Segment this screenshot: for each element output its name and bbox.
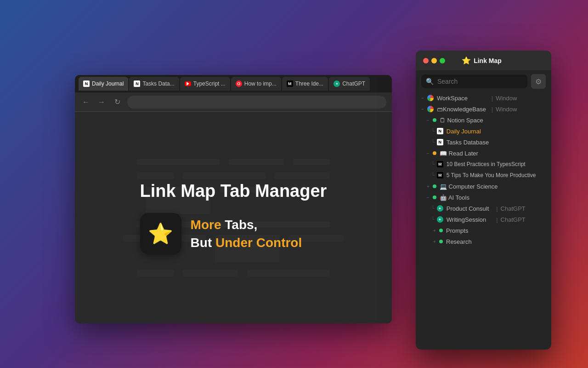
medium-icon: M [287, 80, 293, 87]
notion-icon: N [83, 80, 90, 87]
traffic-light-yellow[interactable] [431, 58, 437, 63]
settings-button[interactable]: ⚙ [531, 74, 546, 89]
tree-item-knowledgebase[interactable]: − 🗃KnowledgeBase | Window [416, 104, 551, 115]
tree-item-notion-space[interactable]: − 🗒 Notion Space [416, 115, 551, 126]
tab-three-ide[interactable]: M Three Ide... [282, 77, 328, 91]
promo-line1: More Tabs, [191, 216, 302, 234]
expand-ai-tools[interactable]: − [425, 194, 431, 201]
forward-button[interactable]: → [96, 97, 107, 108]
tab-daily-journal[interactable]: N Daily Journal [79, 77, 128, 91]
browser-content: Link Map Tab Manager ⭐ More Tabs, But Un… [75, 112, 392, 323]
tree-item-best-practices[interactable]: └ M 10 Best Practices in TypesScript [416, 159, 551, 170]
tree-item-read-later[interactable]: − 📖 Read Later [416, 148, 551, 159]
app-promo: ⭐ More Tabs, But Under Control [140, 213, 327, 254]
tree-item-writing-session[interactable]: └ ✦ WritingSession | ChatGPT [416, 214, 551, 225]
expand-knowledgebase[interactable]: − [419, 106, 426, 112]
opera-icon: O [236, 80, 242, 87]
notion-icon: N [437, 139, 443, 145]
panel-title-bar: ⭐ Link Map [416, 51, 551, 70]
main-title: Link Map Tab Manager [140, 181, 327, 202]
promo-highlight-more: More [191, 218, 221, 232]
chatgpt-icon: ✦ [334, 80, 340, 87]
medium-icon: M [437, 172, 443, 178]
nav-bar: ← → ↻ [75, 92, 392, 112]
traffic-light-green[interactable] [440, 58, 445, 63]
dot-green-icon [439, 229, 443, 232]
chatgpt-icon: ✦ [437, 205, 443, 212]
dot-green-icon [439, 240, 443, 243]
tree-item-workspace[interactable]: − WorkSpace | Window [416, 92, 551, 104]
chrome-icon [427, 95, 434, 101]
dot-green-icon [433, 118, 436, 122]
tree-item-prompts[interactable]: + Prompts [416, 225, 551, 236]
expand-workspace[interactable]: − [419, 95, 426, 101]
content-area: Link Map Tab Manager ⭐ More Tabs, But Un… [131, 172, 336, 264]
chrome-icon [427, 106, 434, 112]
notion-icon: N [437, 128, 443, 134]
tree-item-computer-science[interactable]: + 💻 Computer Science [416, 181, 551, 192]
tab-bar: N Daily Journal N Tasks Data... TypeScri… [75, 75, 392, 92]
tab-chatgpt[interactable]: ✦ ChatGPT [329, 77, 370, 91]
browser-window: N Daily Journal N Tasks Data... TypeScri… [75, 75, 392, 323]
youtube-icon [185, 81, 191, 86]
expand-prompts[interactable]: + [431, 227, 438, 234]
traffic-light-red[interactable] [423, 58, 429, 63]
expand-notion-space[interactable]: − [425, 117, 431, 123]
panel-star-icon: ⭐ [462, 56, 471, 65]
promo-highlight-under-control: Under Control [215, 236, 302, 250]
chatgpt-icon: ✦ [437, 216, 443, 223]
dot-green-icon [433, 184, 436, 188]
app-icon-box: ⭐ [140, 213, 181, 254]
expand-research[interactable]: + [431, 238, 438, 245]
back-button[interactable]: ← [80, 97, 91, 108]
tree-item-tasks-database[interactable]: └ N Tasks Database [416, 137, 551, 148]
expand-read-later[interactable]: − [425, 150, 431, 156]
tree-item-ai-tools[interactable]: − 🤖 AI Tools [416, 192, 551, 203]
search-icon: 🔍 [426, 78, 434, 85]
tab-typescript[interactable]: TypeScript ... [180, 77, 230, 91]
tab-how-to-imp[interactable]: O How to imp... [231, 77, 281, 91]
dot-yellow-icon [433, 151, 436, 155]
address-bar[interactable] [127, 96, 386, 109]
search-bar: 🔍 [421, 75, 527, 88]
tree-item-product-consult[interactable]: └ ✦ Product Consult | ChatGPT [416, 203, 551, 214]
expand-computer-science[interactable]: + [425, 183, 431, 190]
link-map-panel: ⭐ Link Map 🔍 ⚙ − WorkSpace | Window − 🗃K… [416, 51, 551, 350]
tree-container: − WorkSpace | Window − 🗃KnowledgeBase | … [416, 91, 551, 350]
traffic-lights [423, 58, 445, 63]
promo-text: More Tabs, But Under Control [191, 216, 302, 252]
search-input[interactable] [437, 78, 523, 85]
notion-icon: N [134, 80, 140, 87]
tree-item-five-tips[interactable]: └ M 5 Tips To Make You More Productive [416, 170, 551, 181]
tree-item-daily-journal[interactable]: └ N Daily Journal [416, 126, 551, 137]
medium-icon: M [437, 161, 443, 167]
refresh-button[interactable]: ↻ [112, 97, 123, 108]
panel-title: ⭐ Link Map [462, 56, 502, 65]
dot-green-icon [433, 196, 436, 199]
tab-tasks-data[interactable]: N Tasks Data... [129, 77, 179, 91]
promo-line2: But Under Control [191, 234, 302, 252]
tree-item-research[interactable]: + Research [416, 236, 551, 247]
